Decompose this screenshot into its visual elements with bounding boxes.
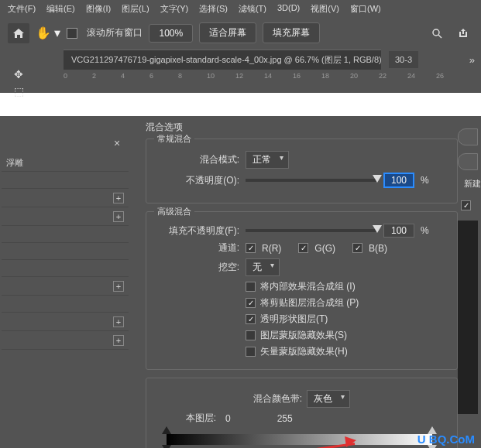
this-layer-hi: 255 [277,413,293,424]
document-tabs: VCG211297476719-gigapixel-standard-scale… [0,48,481,70]
fit-screen-button[interactable]: 适合屏幕 [199,22,256,43]
pct-label: % [421,225,429,236]
knockout-label: 挖空: [156,261,239,274]
blend-mode-label: 混合模式: [156,153,239,166]
menu-filter[interactable]: 滤镜(T) [239,3,266,15]
menu-file[interactable]: 文件(F) [8,3,36,15]
menu-view[interactable]: 视图(V) [311,3,339,15]
channel-g-label: G(G) [314,243,335,254]
svg-line-1 [438,35,441,38]
opt-clipped-checkbox[interactable] [246,298,256,308]
pct-label: % [421,175,429,186]
this-layer-lo: 0 [225,413,231,424]
menu-3d[interactable]: 3D(D) [277,3,300,15]
style-item[interactable] [2,226,129,243]
style-item[interactable] [2,296,129,313]
style-item[interactable] [2,172,129,189]
search-icon[interactable] [427,24,447,43]
menu-edit[interactable]: 编辑(E) [46,3,75,15]
channel-r-checkbox[interactable] [246,243,256,253]
document-tab-2[interactable]: 30-3 [389,51,418,68]
ruler: 02468101214161820222426 [64,70,481,80]
svg-point-0 [433,29,439,36]
opt-layermask-label: 图层蒙版隐藏效果(S) [260,329,347,342]
share-icon[interactable] [453,24,473,43]
style-item-add[interactable]: + [2,313,129,331]
preview-thumbnail [458,221,478,414]
menu-image[interactable]: 图像(I) [86,3,111,15]
new-style-button[interactable]: 新建 [458,178,481,190]
style-item-relief[interactable]: 浮雕 [2,155,129,172]
menu-select[interactable]: 选择(S) [199,3,228,15]
scroll-all-checkbox[interactable] [67,28,77,39]
fill-opacity-input[interactable]: 100 [383,224,414,238]
general-legend: 常规混合 [154,133,194,145]
general-blend-group: 常规混合 混合模式: 正常 不透明度(O): 100 % [146,139,458,203]
blend-if-label: 混合颜色带: [253,392,302,405]
plus-icon[interactable]: + [113,316,124,327]
options-bar: ✋ ▾ 滚动所有窗口 100% 适合屏幕 填充屏幕 [0,18,481,48]
layer-style-dialog: × 浮雕 + + + + + 混合选项 常规混合 混合模式: 正常 不透明度(O… [0,116,481,448]
fill-opacity-slider[interactable] [246,229,377,232]
menu-layer[interactable]: 图层(L) [122,3,149,15]
channels-label: 通道: [156,241,239,255]
tabs-overflow-icon[interactable]: » [469,54,475,66]
document-tab-active[interactable]: VCG211297476719-gigapixel-standard-scale… [64,50,381,70]
knockout-select[interactable]: 无 [246,258,280,276]
preview-checkbox[interactable] [461,200,471,210]
tools-panel: ✥ ⬚ [0,46,37,93]
close-icon[interactable]: × [110,136,124,150]
plus-icon[interactable]: + [113,211,124,222]
cancel-button[interactable] [458,153,478,170]
plus-icon[interactable]: + [113,335,124,346]
opt-vectormask-label: 矢量蒙版隐藏效果(H) [260,345,348,358]
channel-b-label: B(B) [369,243,387,254]
menubar: 文件(F) 编辑(E) 图像(I) 图层(L) 文字(Y) 选择(S) 滤镜(T… [0,0,481,18]
opacity-slider[interactable] [246,179,377,182]
fill-screen-button[interactable]: 填充屏幕 [263,22,320,43]
channel-r-label: R(R) [262,243,281,254]
ok-button[interactable] [458,128,478,145]
opacity-label: 不透明度(O): [156,174,239,187]
menu-window[interactable]: 窗口(W) [350,3,381,15]
opt-interior-label: 将内部效果混合成组 (I) [260,280,356,293]
advanced-blend-group: 高级混合 填充不透明度(F): 100 % 通道: R(R) G(G) B(B)… [146,211,458,370]
fill-opacity-label: 填充不透明度(F): [156,224,239,238]
style-item-add[interactable]: + [2,189,129,207]
blend-if-select[interactable]: 灰色 [307,390,350,408]
watermark: UiBQ.CoM [417,433,475,446]
blend-options-title: 混合选项 [146,121,458,134]
home-button[interactable] [8,23,29,43]
blend-if-group: 混合颜色带: 灰色 本图层: 0255 下一图层: 74255 [146,378,458,448]
blend-mode-select[interactable]: 正常 [246,151,289,169]
style-item[interactable] [2,260,129,277]
this-black-stop[interactable] [162,445,171,448]
opt-transparency-label: 透明形状图层(T) [260,313,328,326]
style-item-add[interactable]: + [2,207,129,226]
opt-clipped-label: 将剪贴图层混合成组 (P) [260,296,359,309]
style-item[interactable] [2,243,129,260]
marquee-tool-icon[interactable]: ⬚ [14,85,24,97]
channel-b-checkbox[interactable] [352,243,362,253]
style-item-add[interactable]: + [2,331,129,350]
advanced-legend: 高级混合 [154,206,194,217]
dialog-right-panel: 新建 [458,116,481,448]
style-item-add[interactable]: + [2,277,129,296]
styles-list: × 浮雕 + + + + + [0,116,133,448]
this-black-stop-top[interactable] [162,426,171,434]
zoom-level[interactable]: 100% [149,24,193,43]
this-layer-label: 本图层: [156,412,216,425]
this-layer-gradient[interactable] [167,434,432,445]
hand-tool-icon[interactable]: ✋ ▾ [36,26,60,40]
channel-g-checkbox[interactable] [298,243,308,253]
opacity-input[interactable]: 100 [383,173,414,188]
opt-transparency-checkbox[interactable] [246,314,256,324]
opt-vectormask-checkbox[interactable] [246,347,256,357]
move-tool-icon[interactable]: ✥ [14,68,23,80]
menu-type[interactable]: 文字(Y) [160,3,189,15]
plus-icon[interactable]: + [113,281,124,292]
scroll-all-label: 滚动所有窗口 [87,26,143,39]
opt-layermask-checkbox[interactable] [246,330,256,340]
plus-icon[interactable]: + [113,193,124,203]
opt-interior-checkbox[interactable] [246,282,256,292]
